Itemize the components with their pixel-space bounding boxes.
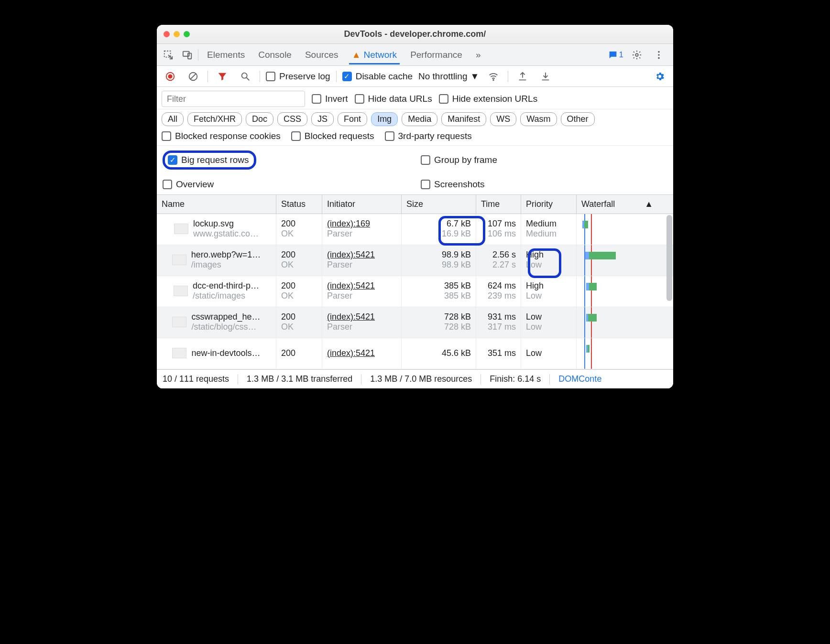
big-request-rows-checkbox[interactable]: ✓Big request rows bbox=[168, 155, 249, 165]
table-row[interactable]: new-in-devtools…200(index):542145.6 kB35… bbox=[157, 338, 673, 369]
thumbnail-icon bbox=[174, 224, 188, 234]
scrollbar[interactable] bbox=[666, 215, 672, 301]
table-row[interactable]: hero.webp?w=1…/images200OK(index):5421Pa… bbox=[157, 245, 673, 276]
status-bar: 10 / 111 requests 1.3 MB / 3.1 MB transf… bbox=[157, 369, 673, 388]
table-row[interactable]: lockup.svgwww.gstatic.co…200OK(index):16… bbox=[157, 214, 673, 245]
filter-input[interactable] bbox=[162, 91, 305, 107]
waterfall-cell bbox=[577, 214, 658, 245]
warning-icon: ▲ bbox=[352, 50, 361, 60]
third-party-checkbox[interactable]: 3rd-party requests bbox=[385, 131, 472, 141]
waterfall-cell bbox=[577, 245, 658, 276]
svg-point-3 bbox=[635, 54, 638, 56]
tab-console[interactable]: Console bbox=[255, 45, 295, 64]
chip-font[interactable]: Font bbox=[338, 112, 367, 126]
waterfall-cell bbox=[577, 338, 658, 369]
thumbnail-icon bbox=[172, 348, 186, 358]
thumbnail-icon bbox=[174, 286, 188, 296]
table-row[interactable]: dcc-end-third-p…/static/images200OK(inde… bbox=[157, 276, 673, 307]
inspect-icon[interactable] bbox=[160, 46, 177, 64]
svg-point-6 bbox=[658, 57, 660, 59]
svg-line-12 bbox=[247, 77, 250, 80]
col-status[interactable]: Status bbox=[276, 195, 322, 214]
throttling-select[interactable]: No throttling ▼ bbox=[418, 71, 479, 82]
chip-css[interactable]: CSS bbox=[277, 112, 307, 126]
thumbnail-icon bbox=[172, 317, 186, 327]
network-conditions-icon[interactable] bbox=[485, 68, 502, 85]
status-transferred: 1.3 MB / 3.1 MB transferred bbox=[247, 374, 352, 384]
requests-table: Name Status Initiator Size Time Priority… bbox=[157, 195, 673, 369]
clear-icon[interactable] bbox=[185, 68, 202, 85]
view-options: ✓Big request rows Group by frame Overvie… bbox=[157, 145, 673, 195]
messages-icon[interactable]: 1 bbox=[608, 46, 623, 64]
traffic-lights bbox=[157, 31, 190, 37]
chip-fetchxhr[interactable]: Fetch/XHR bbox=[187, 112, 242, 126]
svg-point-11 bbox=[242, 73, 247, 78]
record-icon[interactable] bbox=[162, 68, 179, 85]
device-toggle-icon[interactable] bbox=[179, 46, 196, 64]
type-filter-chips: AllFetch/XHRDocCSSJSFontImgMediaManifest… bbox=[157, 109, 673, 129]
preserve-log-checkbox[interactable]: Preserve log bbox=[266, 71, 330, 82]
tab-elements[interactable]: Elements bbox=[204, 45, 248, 64]
disable-cache-checkbox[interactable]: ✓Disable cache bbox=[342, 71, 413, 82]
upload-icon[interactable] bbox=[514, 68, 531, 85]
kebab-menu-icon[interactable] bbox=[650, 46, 667, 64]
table-header: Name Status Initiator Size Time Priority… bbox=[157, 195, 673, 214]
divider bbox=[198, 49, 198, 61]
col-name[interactable]: Name bbox=[157, 195, 276, 214]
search-icon[interactable] bbox=[237, 68, 254, 85]
col-size[interactable]: Size bbox=[402, 195, 476, 214]
svg-point-5 bbox=[658, 54, 660, 56]
blocked-requests-checkbox[interactable]: Blocked requests bbox=[291, 131, 374, 141]
big-request-rows-highlight: ✓Big request rows bbox=[163, 150, 256, 170]
tab-performance[interactable]: Performance bbox=[407, 45, 465, 64]
titlebar: DevTools - developer.chrome.com/ bbox=[157, 25, 673, 44]
status-domcontent: DOMConte bbox=[558, 374, 601, 384]
download-icon[interactable] bbox=[537, 68, 554, 85]
col-priority[interactable]: Priority bbox=[521, 195, 577, 214]
hide-extension-urls-checkbox[interactable]: Hide extension URLs bbox=[439, 94, 537, 104]
svg-point-8 bbox=[168, 75, 172, 78]
col-time[interactable]: Time bbox=[476, 195, 521, 214]
screenshots-checkbox[interactable]: Screenshots bbox=[421, 179, 485, 190]
thumbnail-icon bbox=[172, 255, 186, 265]
tab-sources[interactable]: Sources bbox=[302, 45, 341, 64]
chip-manifest[interactable]: Manifest bbox=[441, 112, 486, 126]
chip-ws[interactable]: WS bbox=[490, 112, 516, 126]
tabs-overflow[interactable]: » bbox=[473, 45, 484, 64]
settings-gear-icon[interactable] bbox=[628, 46, 645, 64]
table-row[interactable]: csswrapped_he…/static/blog/css…200OK(ind… bbox=[157, 307, 673, 338]
chip-img[interactable]: Img bbox=[371, 112, 398, 126]
chip-wasm[interactable]: Wasm bbox=[520, 112, 557, 126]
status-resources: 1.3 MB / 7.0 MB resources bbox=[370, 374, 472, 384]
filter-bar: Invert Hide data URLs Hide extension URL… bbox=[157, 87, 673, 109]
hide-data-urls-checkbox[interactable]: Hide data URLs bbox=[355, 94, 432, 104]
chip-all[interactable]: All bbox=[162, 112, 184, 126]
chip-other[interactable]: Other bbox=[561, 112, 595, 126]
zoom-window-icon[interactable] bbox=[184, 31, 190, 37]
status-requests: 10 / 111 requests bbox=[163, 374, 229, 384]
minimize-window-icon[interactable] bbox=[174, 31, 180, 37]
network-toolbar: Preserve log ✓Disable cache No throttlin… bbox=[157, 66, 673, 87]
chip-doc[interactable]: Doc bbox=[246, 112, 273, 126]
network-settings-gear-icon[interactable] bbox=[651, 68, 668, 85]
col-initiator[interactable]: Initiator bbox=[322, 195, 402, 214]
extra-filters: Blocked response cookies Blocked request… bbox=[157, 129, 673, 145]
chevron-down-icon: ▼ bbox=[470, 71, 479, 82]
filter-funnel-icon[interactable] bbox=[214, 68, 231, 85]
waterfall-cell bbox=[577, 276, 658, 307]
svg-point-13 bbox=[493, 79, 494, 80]
col-waterfall[interactable]: Waterfall ▲ bbox=[577, 195, 658, 214]
blocked-cookies-checkbox[interactable]: Blocked response cookies bbox=[162, 131, 281, 141]
overview-checkbox[interactable]: Overview bbox=[163, 179, 214, 190]
invert-checkbox[interactable]: Invert bbox=[312, 94, 348, 104]
status-finish: Finish: 6.14 s bbox=[490, 374, 541, 384]
chip-js[interactable]: JS bbox=[311, 112, 334, 126]
group-by-frame-checkbox[interactable]: Group by frame bbox=[421, 155, 497, 165]
tab-network[interactable]: ▲ Network bbox=[349, 45, 400, 64]
close-window-icon[interactable] bbox=[164, 31, 170, 37]
devtools-window: DevTools - developer.chrome.com/ Element… bbox=[157, 25, 673, 388]
svg-line-10 bbox=[191, 74, 196, 79]
panel-tabs: Elements Console Sources ▲ Network Perfo… bbox=[157, 44, 673, 66]
svg-point-4 bbox=[658, 51, 660, 53]
chip-media[interactable]: Media bbox=[402, 112, 437, 126]
